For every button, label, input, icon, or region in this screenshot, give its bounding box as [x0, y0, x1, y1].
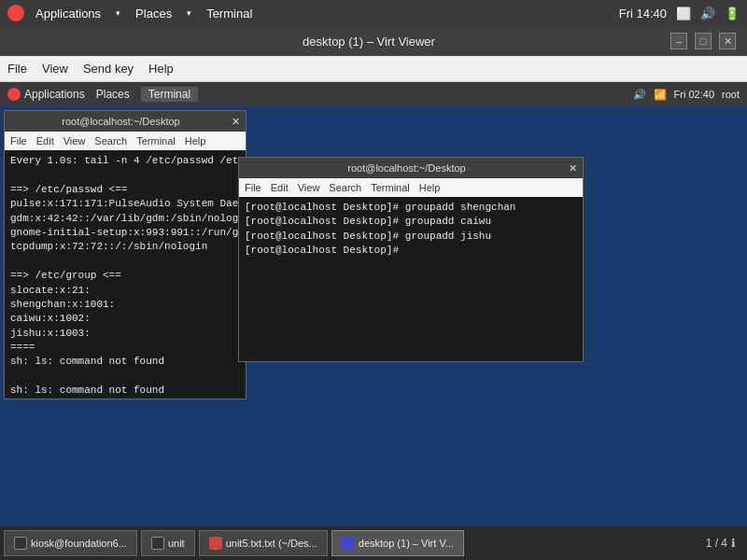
applications-arrow: ▾: [110, 7, 126, 20]
info-icon[interactable]: ℹ: [731, 537, 736, 550]
vm-clock: Fri 02:40: [674, 89, 714, 100]
terminal-window-2[interactable]: root@localhost:~/Desktop ✕ File Edit Vie…: [238, 157, 584, 362]
vm-topbar: Applications Places Terminal 🔊 📶 Fri 02:…: [0, 82, 747, 106]
term2-titlebar: root@localhost:~/Desktop ✕: [239, 158, 583, 178]
view-menu[interactable]: View: [42, 62, 68, 76]
virt-viewer-window: desktop (1) – Virt Viewer – □ ✕ File Vie…: [0, 26, 747, 560]
term2-view[interactable]: View: [298, 182, 320, 193]
virt-titlebar: desktop (1) – Virt Viewer – □ ✕: [0, 26, 747, 56]
terminal-menu[interactable]: Terminal: [201, 5, 258, 22]
term1-line-7: [10, 255, 240, 269]
host-taskbar: kiosk@foundation6... unit unit5.txt.txt …: [0, 526, 747, 560]
system-clock: Fri 14:40: [619, 7, 667, 21]
screen-icon[interactable]: ⬜: [676, 7, 691, 21]
term1-line-8: ==> /etc/group <==: [10, 269, 240, 283]
term2-menubar: File Edit View Search Terminal Help: [239, 178, 583, 197]
virt-icon: [342, 537, 355, 550]
battery-icon[interactable]: 🔋: [725, 7, 740, 21]
term1-line-11: caiwu:x:1002:: [10, 312, 240, 326]
host-task-txt-label: unit5.txt.txt (~/Des...: [226, 538, 317, 549]
term1-view[interactable]: View: [63, 135, 86, 147]
txt-icon: [209, 537, 222, 550]
term1-line-12: jishu:x:1003:: [10, 327, 240, 341]
term1-search[interactable]: Search: [94, 135, 127, 147]
host-task-txt[interactable]: unit5.txt.txt (~/Des...: [199, 530, 328, 556]
term1-line-10: shengchan:x:1001:: [10, 298, 240, 312]
host-task-kiosk-label: kiosk@foundation6...: [31, 538, 127, 549]
vm-user: root: [722, 89, 740, 100]
term1-line-2: ==> /etc/passwd <==: [10, 183, 240, 197]
term2-line-3: [root@localhost Desktop]#: [245, 244, 577, 258]
term2-line-0: [root@localhost Desktop]# groupadd sheng…: [245, 201, 577, 215]
virt-menubar: File View Send key Help: [0, 56, 747, 82]
maximize-button[interactable]: □: [695, 33, 712, 49]
vm-desktop: Applications Places Terminal 🔊 📶 Fri 02:…: [0, 82, 747, 560]
file-menu[interactable]: File: [7, 62, 27, 76]
term1-terminal[interactable]: Terminal: [136, 135, 176, 147]
term1-titlebar: root@localhost:~/Desktop ✕: [5, 111, 246, 132]
vm-terminal-label: Terminal: [141, 87, 198, 102]
term1-menubar: File Edit View Search Terminal Help: [5, 132, 246, 150]
vm-topbar-left: Applications Places Terminal: [7, 87, 198, 102]
term1-title: root@localhost:~/Desktop: [10, 116, 232, 127]
minimize-button[interactable]: –: [670, 33, 687, 49]
virt-content: Applications Places Terminal 🔊 📶 Fri 02:…: [0, 82, 747, 560]
kiosk-icon: [14, 537, 27, 550]
send-key-menu[interactable]: Send key: [83, 62, 134, 76]
host-task-unit[interactable]: unit: [141, 530, 195, 556]
term2-help[interactable]: Help: [419, 182, 441, 193]
term1-line-14: sh: ls: command not found: [10, 355, 240, 369]
term1-line-16: sh: ls: command not found: [10, 384, 240, 398]
system-bar-left: Applications ▾ Places ▾ Terminal: [7, 5, 258, 22]
term2-terminal[interactable]: Terminal: [371, 182, 410, 193]
virt-window-buttons: – □ ✕: [670, 33, 736, 49]
term1-edit[interactable]: Edit: [36, 135, 54, 147]
vm-applications-menu[interactable]: Applications: [24, 88, 85, 101]
term2-line-1: [root@localhost Desktop]# groupadd caiwu: [245, 215, 577, 229]
vm-volume-icon[interactable]: 🔊: [633, 89, 646, 101]
term1-line-4: gdm:x:42:42::/var/lib/gdm:/sbin/nologin: [10, 212, 240, 226]
term1-line-6: tcpdump:x:72:72::/:/sbin/nologin: [10, 240, 240, 254]
terminal-window-1[interactable]: root@localhost:~/Desktop ✕ File Edit Vie…: [4, 110, 247, 399]
term2-edit[interactable]: Edit: [271, 182, 289, 193]
term2-close-btn[interactable]: ✕: [569, 162, 577, 175]
term1-help[interactable]: Help: [185, 135, 206, 147]
term1-line-1: [10, 168, 240, 182]
term1-body[interactable]: Every 1.0s: tail -n 4 /etc/passwd /etc/g…: [5, 150, 246, 399]
term1-line-3: pulse:x:171:171:PulseAudio System Daemon…: [10, 197, 240, 211]
host-taskbar-right: 1 / 4 ℹ: [698, 537, 743, 550]
term1-line-13: ====: [10, 341, 240, 355]
close-button[interactable]: ✕: [719, 33, 736, 49]
host-task-kiosk[interactable]: kiosk@foundation6...: [4, 530, 137, 556]
term2-body[interactable]: [root@localhost Desktop]# groupadd sheng…: [239, 197, 583, 361]
unit-icon: [151, 537, 164, 550]
help-menu[interactable]: Help: [148, 62, 174, 76]
term1-line-9: slocate:x:21:: [10, 284, 240, 298]
virt-window-title: desktop (1) – Virt Viewer: [67, 35, 670, 49]
term1-line-15: [10, 370, 240, 384]
term1-close-btn[interactable]: ✕: [232, 116, 240, 128]
places-menu[interactable]: Places: [130, 5, 177, 22]
term2-line-2: [root@localhost Desktop]# groupadd jishu: [245, 230, 577, 244]
volume-icon[interactable]: 🔊: [700, 7, 715, 21]
host-taskbar-page: 1 / 4: [706, 537, 727, 550]
gnome-logo: [7, 5, 24, 21]
vm-network-icon[interactable]: 📶: [654, 89, 667, 101]
host-task-virt[interactable]: desktop (1) – Virt V...: [331, 530, 464, 556]
vm-gnome-logo: [7, 88, 21, 101]
term1-file[interactable]: File: [10, 135, 27, 147]
term1-line-5: gnome-initial-setup:x:993:991::/run/gnom…: [10, 226, 240, 240]
host-task-virt-label: desktop (1) – Virt V...: [359, 538, 454, 549]
system-bar-right: Fri 14:40 ⬜ 🔊 🔋: [619, 7, 740, 21]
host-task-unit-label: unit: [168, 538, 185, 549]
vm-places-menu[interactable]: Places: [96, 88, 130, 101]
places-arrow: ▾: [181, 7, 197, 20]
term1-line-0: Every 1.0s: tail -n 4 /etc/passwd /etc/g…: [10, 154, 240, 168]
term2-title: root@localhost:~/Desktop: [245, 162, 569, 174]
applications-menu[interactable]: Applications: [30, 5, 106, 22]
term2-search[interactable]: Search: [329, 182, 361, 193]
vm-topbar-right: 🔊 📶 Fri 02:40 root: [633, 89, 740, 101]
system-topbar: Applications ▾ Places ▾ Terminal Fri 14:…: [0, 0, 747, 26]
term2-file[interactable]: File: [245, 182, 261, 193]
